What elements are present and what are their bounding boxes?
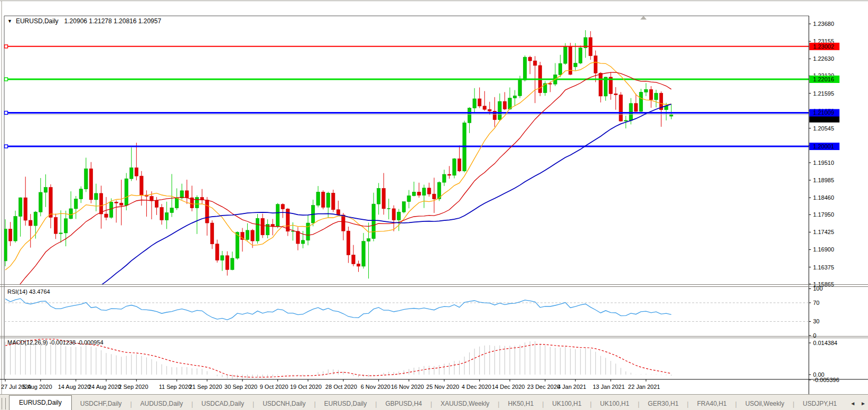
date-tick-label: 23 Dec 2020 (527, 384, 560, 390)
svg-text:1.20957: 1.20957 (813, 116, 834, 122)
chart-canvas[interactable]: 1.236801.231551.226301.221201.215951.210… (0, 0, 868, 394)
date-tick-label: 9 Oct 2020 (260, 384, 288, 390)
date-tick-label: 19 Oct 2020 (290, 384, 322, 390)
date-tick-label: 13 Jan 2021 (593, 384, 625, 390)
svg-text:1.21009: 1.21009 (813, 109, 834, 116)
date-tick-label: 14 Dec 2020 (492, 384, 525, 390)
macd-label: MACD(12,26,9) -0.001238 -0.000954 (7, 339, 104, 346)
symbol-menu-icon[interactable]: ▼ (7, 18, 12, 24)
line-anchor-handle[interactable] (5, 45, 8, 48)
chart-ohlc-values: 1.20906 1.21278 1.20816 1.20957 (64, 17, 162, 25)
date-tick-label: 25 Nov 2020 (426, 384, 459, 390)
tab-scroll-left-button[interactable]: ◄ (850, 400, 855, 406)
date-tick-label: 30 Sep 2020 (225, 384, 257, 390)
svg-text:1.22016: 1.22016 (813, 76, 834, 82)
price-tick-label: 1.16900 (813, 246, 834, 253)
svg-text:0.014384: 0.014384 (813, 340, 837, 346)
price-line-tag-1.23002: 1.23002 (809, 43, 839, 50)
chart-tab-GER30-H1[interactable]: GER30,H1 (639, 397, 687, 410)
chart-tab-bar: EURUSD,DailyUSDCHF,Daily|AUDUSD,Daily|US… (0, 394, 868, 410)
price-line-tag-1.22016: 1.22016 (809, 76, 839, 83)
tabbar-grip[interactable] (2, 398, 6, 409)
price-tick-label: 1.19510 (813, 160, 834, 166)
price-tick-label: 1.22630 (813, 55, 834, 62)
svg-text:1.20001: 1.20001 (813, 143, 834, 150)
chart-tab-USDCNH-Daily[interactable]: USDCNH,Daily (254, 397, 314, 410)
price-tick-label: 1.23680 (813, 21, 834, 27)
chart-tab-XAUUSD-Weekly[interactable]: XAUUSD,Weekly (432, 397, 498, 410)
svg-text:100: 100 (813, 285, 823, 292)
price-line-tag-1.21009: 1.21009 (809, 109, 839, 116)
date-tick-label: 4 Jan 2021 (557, 384, 586, 390)
svg-text:70: 70 (813, 300, 819, 306)
svg-text:1.23002: 1.23002 (813, 43, 834, 50)
date-tick-label: 28 Oct 2020 (325, 384, 357, 390)
date-tick-label: 5 Aug 2020 (23, 384, 52, 390)
chart-tab-UK100-H1[interactable]: UK100,H1 (592, 397, 638, 410)
chart-title: ▼ EURUSD,Daily 1.20906 1.21278 1.20816 1… (7, 17, 161, 25)
date-tick-label: 16 Nov 2020 (391, 384, 424, 390)
line-anchor-handle[interactable] (5, 111, 8, 114)
chart-tab-USDCAD-Daily[interactable]: USDCAD,Daily (193, 397, 253, 410)
chart-tab-AUDUSD-Daily[interactable]: AUDUSD,Daily (132, 397, 192, 410)
date-tick-label: 4 Dec 2020 (462, 384, 491, 390)
price-tick-label: 1.18460 (813, 194, 834, 201)
svg-text:-0.005396: -0.005396 (813, 377, 839, 383)
mt4-window: ▼ M1M5M15M30H1H4D1W1MN ▼ EURUSD,Daily 1.… (0, 0, 868, 410)
svg-text:30: 30 (813, 318, 819, 324)
chart-tab-EURUSD-Daily[interactable]: EURUSD,Daily (316, 397, 376, 410)
date-tick-label: 6 Nov 2020 (361, 384, 390, 390)
chart-tab-FRA40-H1[interactable]: FRA40,H1 (688, 397, 735, 410)
line-anchor-handle[interactable] (5, 78, 8, 81)
price-tick-label: 1.21595 (813, 90, 834, 97)
tab-scroll-right-button[interactable]: ► (861, 400, 866, 406)
date-tick-label: 24 Aug 2020 (88, 384, 121, 390)
price-tick-label: 1.20545 (813, 125, 834, 132)
rsi-label: RSI(14) 43.4764 (7, 288, 50, 295)
chart-tab-HK50-H1[interactable]: HK50,H1 (499, 397, 542, 410)
chart-tab-GBPUSD-H4[interactable]: GBPUSD,H4 (377, 397, 430, 410)
date-tick-label: 2 Sep 2020 (118, 384, 148, 390)
date-tick-label: 14 Aug 2020 (58, 384, 91, 390)
price-tick-label: 1.17425 (813, 229, 834, 235)
chart-tab-USDJPY-H1[interactable]: USDJPY,H1 (795, 397, 838, 410)
price-line-tag-1.20001: 1.20001 (809, 143, 839, 150)
date-tick-label: 21 Sep 2020 (189, 384, 222, 390)
svg-text:0: 0 (813, 332, 816, 339)
chart-tab-USOil-Weekly[interactable]: USOil,Weekly (737, 397, 793, 410)
chart-tab-USDCHF-Daily[interactable]: USDCHF,Daily (72, 397, 130, 410)
chart-symbol-label: EURUSD,Daily (16, 17, 59, 25)
price-tick-label: 1.17950 (813, 211, 834, 218)
price-tick-label: 1.18985 (813, 177, 834, 183)
date-tick-label: 22 Jan 2021 (628, 384, 660, 390)
date-tick-label: 11 Sep 2020 (159, 384, 192, 390)
line-anchor-handle[interactable] (5, 145, 8, 148)
chart-tab-EURUSD-Daily[interactable]: EURUSD,Daily (9, 395, 72, 410)
chart-tab-UK100-H1[interactable]: UK100,H1 (544, 397, 590, 410)
price-tick-label: 1.16375 (813, 264, 834, 271)
